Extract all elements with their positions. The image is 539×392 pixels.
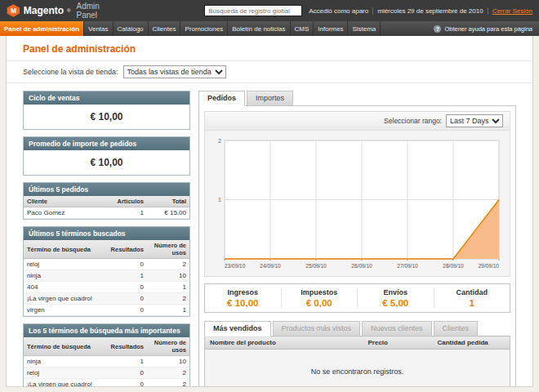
search-term-row[interactable]: reloj 0 2 [24, 368, 189, 379]
stat-label: Ingresos [205, 288, 281, 296]
lifetime-sales-panel: Ciclo de ventas € 10,00 [23, 91, 190, 130]
stat-value: 1 [434, 298, 510, 308]
lifetime-sales-title: Ciclo de ventas [24, 91, 189, 105]
stat-label: Envíos [358, 288, 434, 296]
main-nav: Panel de administración Ventas Catálogo … [0, 21, 539, 36]
svg-text:1: 1 [218, 197, 221, 203]
stats-bar: Ingresos € 10,00 Impuestos € 0,00 Envíos… [204, 283, 510, 313]
tab-productos-mas-vistos[interactable]: Productos más vistos [273, 321, 361, 336]
average-orders-value: € 10,00 [24, 150, 189, 175]
tab-mas-vendidos[interactable]: Más vendidos [204, 321, 271, 336]
dashboard-main-box: Seleccionar rango: Last 7 Days 23/09/102… [198, 105, 516, 387]
col-header: Resultados [108, 240, 147, 259]
tab-nuevos-clientes[interactable]: Nuevos clientes [362, 321, 432, 336]
stat-envios: Envíos € 5,00 [357, 288, 434, 308]
search-term-row[interactable]: ¡La virgen que cuadro! 0 2 [24, 379, 189, 388]
nav-item-boletin[interactable]: Boletín de noticias [228, 21, 290, 36]
logout-link[interactable]: Cerrar Sesión [492, 7, 532, 15]
chart-panel: Seleccionar rango: Last 7 Days 23/09/102… [204, 111, 510, 277]
stat-value: € 5,00 [358, 298, 434, 308]
header-divider [488, 7, 488, 15]
stat-value: € 0,00 [282, 298, 358, 308]
search-term-row[interactable]: 404 0 1 [24, 282, 189, 293]
nav-item-clientes[interactable]: Clientes [149, 21, 181, 36]
stat-impuestos: Impuestos € 0,00 [281, 288, 358, 308]
empty-message: No se encontraron registros. [205, 350, 510, 388]
svg-text:25/09/10: 25/09/10 [305, 263, 327, 269]
last-search-terms-title: Últimos 5 términos buscados [24, 227, 189, 240]
col-header: Artículos [114, 196, 147, 207]
current-date: miércoles 29 de septiembre de 2010 [377, 7, 483, 15]
products-table: Nombre del producto Precio Cantidad pedi… [204, 336, 510, 387]
content-panel: Panel de administración Seleccione la vi… [6, 36, 533, 387]
store-view-label: Seleccione la vista de tienda: [23, 68, 118, 76]
stat-cantidad: Cantidad 1 [434, 288, 510, 308]
dashboard-columns: Ciclo de ventas € 10,00 Promedio de impo… [7, 83, 532, 387]
header-session-info: Accedió como aparo miércoles 29 de septi… [309, 7, 532, 15]
order-row[interactable]: Paco Gomez 1 € 15.00 [24, 207, 189, 219]
col-header: Término de búsqueda [24, 240, 108, 259]
average-orders-panel: Promedio de importe de pedidos € 10,00 [23, 136, 190, 176]
tab-importes[interactable]: Importes [247, 91, 293, 106]
search-term-row[interactable]: ¡La virgen que cuadro! 0 2 [24, 293, 189, 305]
lifetime-sales-value: € 10,00 [24, 105, 189, 129]
svg-text:26/09/10: 26/09/10 [351, 263, 372, 269]
chart-wrap: 23/09/1024/09/1025/09/1026/09/1027/09/10… [205, 131, 510, 276]
col-header: Número de usos [147, 240, 189, 259]
range-select[interactable]: Last 7 Days [446, 114, 503, 127]
nav-item-catalogo[interactable]: Catálogo [114, 21, 149, 36]
col-header: Cliente [24, 196, 114, 207]
top-header: M Magento ® Admin Panel Accedió como apa… [0, 0, 539, 21]
last-search-terms-table: Término de búsqueda Resultados Número de… [24, 240, 189, 316]
search-term-row[interactable]: reloj 0 2 [24, 259, 189, 270]
tab-clientes[interactable]: Clientes [434, 321, 479, 336]
nav-item-sistema[interactable]: Sistema [348, 21, 381, 36]
logged-in-as: Accedió como aparo [309, 7, 368, 15]
logo-registered-mark: ® [67, 8, 70, 13]
empty-row: No se encontraron registros. [205, 350, 510, 388]
global-search-input[interactable] [204, 5, 302, 16]
svg-text:29/09/10: 29/09/10 [478, 263, 499, 269]
nav-item-promociones[interactable]: Promociones [180, 21, 228, 36]
bottom-tabs: Más vendidos Productos más vistos Nuevos… [204, 321, 510, 336]
last-search-terms-panel: Últimos 5 términos buscados Término de b… [23, 226, 190, 317]
nav-item-dashboard[interactable]: Panel de administración [0, 21, 84, 36]
magento-logo-icon: M [7, 3, 20, 18]
help-label: Obtener ayuda para esta página [444, 25, 532, 33]
svg-text:23/09/10: 23/09/10 [225, 263, 246, 269]
top-search-terms-title: Los 5 términos de búsqueda más important… [24, 324, 189, 337]
col-header: Número de usos [147, 337, 189, 356]
magento-logo[interactable]: M Magento ® Admin Panel [7, 2, 119, 20]
dashboard-tabs: Pedidos Importes [198, 91, 516, 105]
last-orders-panel: Últimos 5 pedidos Cliente Artículos Tota… [23, 182, 190, 220]
tab-pedidos[interactable]: Pedidos [198, 91, 245, 106]
logo-text: Magento [24, 5, 64, 16]
right-column: Pedidos Importes Seleccionar rango: Last… [198, 91, 516, 387]
top-search-terms-panel: Los 5 términos de búsqueda más important… [23, 323, 190, 387]
svg-text:28/09/10: 28/09/10 [443, 263, 464, 269]
last-orders-table: Cliente Artículos Total Paco Gomez 1 € 1… [24, 196, 189, 219]
search-term-row[interactable]: ninja 1 10 [24, 356, 189, 368]
svg-text:M: M [11, 7, 16, 15]
nav-item-informes[interactable]: Informes [314, 21, 348, 36]
nav-item-ventas[interactable]: Ventas [84, 21, 113, 36]
svg-text:24/09/10: 24/09/10 [260, 263, 281, 269]
col-header: Resultados [108, 337, 147, 356]
stat-value: € 10,00 [205, 298, 281, 308]
col-header: Término de búsqueda [24, 337, 108, 356]
nav-item-cms[interactable]: CMS [291, 21, 314, 36]
stat-label: Cantidad [434, 288, 510, 296]
range-label: Seleccionar rango: [384, 117, 442, 125]
header-divider [372, 7, 373, 15]
help-link[interactable]: ? Obtener ayuda para esta página [427, 21, 539, 36]
help-icon: ? [434, 25, 441, 33]
store-view-select[interactable]: Todas las vistas de tienda [123, 65, 226, 78]
logo-subtitle: Admin Panel [77, 2, 120, 20]
search-term-row[interactable]: ninja 1 10 [24, 270, 189, 282]
search-term-row[interactable]: virgen 0 1 [24, 305, 189, 316]
last-orders-title: Últimos 5 pedidos [24, 183, 189, 196]
stat-label: Impuestos [282, 288, 358, 296]
range-row: Seleccionar rango: Last 7 Days [205, 112, 510, 131]
top-search-terms-table: Término de búsqueda Resultados Número de… [24, 337, 189, 387]
left-column: Ciclo de ventas € 10,00 Promedio de impo… [23, 91, 190, 387]
